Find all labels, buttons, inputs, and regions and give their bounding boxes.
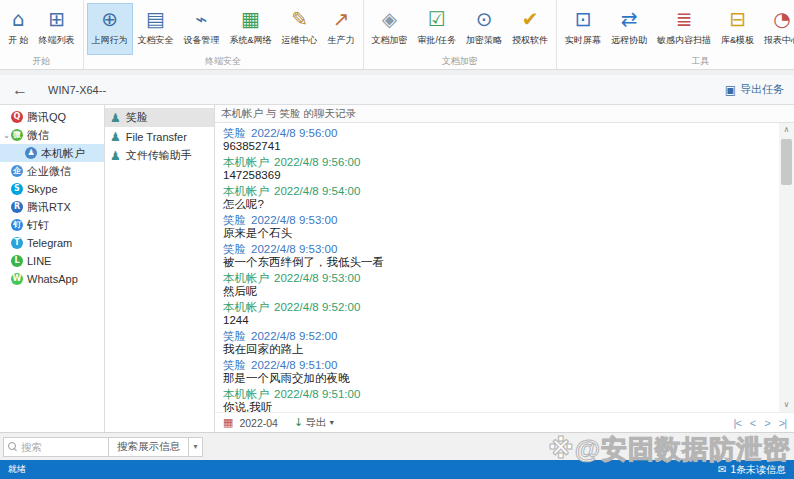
- message-timestamp: 2022/4/8 9:52:00: [251, 330, 337, 342]
- ribbon-button[interactable]: ◈ 文档加密: [367, 3, 413, 55]
- message-timestamp: 2022/4/8 9:52:00: [274, 301, 360, 313]
- ribbon-button[interactable]: ⊙ 加密策略: [461, 3, 507, 55]
- ribbon-button-label: 设备管理: [184, 34, 220, 47]
- contact-name: 笑脸: [126, 110, 148, 125]
- chat-message: 笑脸2022/4/8 9:53:00 被一个东西绊倒了，我低头一看: [223, 243, 770, 269]
- message-sender: 笑脸: [223, 243, 246, 255]
- chat-message: 笑脸2022/4/8 9:56:00 963852741: [223, 127, 770, 153]
- ribbon-button-label: 加密策略: [466, 34, 502, 47]
- sidebar-app-item[interactable]: L LINE: [0, 252, 104, 270]
- sidebar-app-item[interactable]: R 腾讯RTX: [0, 198, 104, 216]
- tree-expand-icon[interactable]: ⌄: [2, 131, 11, 140]
- chevron-down-icon: ▼: [328, 419, 335, 426]
- ribbon-button[interactable]: ▦ 系统&网络: [225, 3, 277, 55]
- message-sender-time: 笑脸2022/4/8 9:51:00: [223, 359, 770, 372]
- sidebar-app-item[interactable]: W WhatsApp: [0, 270, 104, 288]
- back-button[interactable]: ←: [0, 81, 40, 99]
- pagination: |< < > >|: [734, 417, 786, 429]
- ribbon-button[interactable]: ≣ 敏感内容扫描: [652, 3, 716, 55]
- message-text: 那是一个风雨交加的夜晚: [223, 372, 770, 385]
- ribbon-button-label: 文档安全: [138, 34, 174, 47]
- sidebar-app-item[interactable]: Q 腾讯QQ: [0, 108, 104, 126]
- chat-scrollbar[interactable]: ∧ ∨: [779, 123, 794, 412]
- ribbon-button-icon: ⊙: [476, 6, 493, 32]
- message-sender: 本机帐户: [223, 185, 269, 197]
- ribbon-group-label: 文档加密: [364, 55, 557, 69]
- sidebar-app-item[interactable]: ♟ 本机帐户: [0, 144, 104, 162]
- ribbon-button[interactable]: ⌂ 开 始: [3, 3, 34, 55]
- contact-item[interactable]: ♟ File Transfer: [105, 127, 214, 146]
- person-icon: ♟: [110, 131, 121, 143]
- ribbon-button-icon: ⊟: [729, 6, 746, 32]
- message-sender: 本机帐户: [223, 301, 269, 313]
- filter-chevron-down-icon[interactable]: ▼: [189, 437, 203, 457]
- date-picker[interactable]: 2022-04: [239, 417, 278, 429]
- unread-messages[interactable]: ✉ 1条未读信息: [718, 463, 786, 477]
- last-page-button[interactable]: >|: [779, 417, 786, 429]
- search-box[interactable]: [3, 437, 109, 457]
- sidebar-app-label: 腾讯RTX: [27, 200, 71, 215]
- chat-message: 笑脸2022/4/8 9:51:00 那是一个风雨交加的夜晚: [223, 359, 770, 385]
- person-icon: ♟: [110, 150, 121, 162]
- message-sender: 笑脸: [223, 359, 246, 371]
- next-page-button[interactable]: >: [764, 417, 769, 429]
- calendar-icon[interactable]: ▦: [223, 416, 233, 429]
- ribbon-toolbar: ⌂ 开 始 ⊞ 终端列表 开始 ⊕ 上网行为 ▤ 文档安: [0, 0, 794, 70]
- scroll-up-icon[interactable]: ∧: [784, 123, 790, 137]
- message-sender: 笑脸: [223, 127, 246, 139]
- ribbon-button-icon: ✎: [291, 6, 308, 32]
- app-icon: 钉: [11, 219, 23, 231]
- app-icon: S: [11, 183, 23, 195]
- export-tasks-button[interactable]: ▣ 导出任务: [725, 82, 784, 97]
- ribbon-button-icon: ⌂: [12, 6, 25, 32]
- message-sender-time: 本机帐户2022/4/8 9:53:00: [223, 272, 770, 285]
- ribbon-button[interactable]: ↗ 生产力: [323, 3, 360, 55]
- chat-log-panel: 本机帐户 与 笑脸 的聊天记录 笑脸2022/4/8 9:56:00 96385…: [215, 105, 794, 432]
- sidebar-app-item[interactable]: S Skype: [0, 180, 104, 198]
- ribbon-button[interactable]: ⇄ 远程协助: [606, 3, 652, 55]
- contact-item[interactable]: ♟ 笑脸: [105, 108, 214, 127]
- search-bar: 搜索展示信息 ▼: [0, 432, 794, 460]
- ribbon-button[interactable]: ⊡ 实时屏幕: [560, 3, 606, 55]
- sidebar-app-item[interactable]: 企 企业微信: [0, 162, 104, 180]
- ribbon-button-label: 报表中心: [764, 34, 794, 47]
- export-chat-button[interactable]: ↓ 导出 ▼: [294, 416, 335, 430]
- contact-item[interactable]: ♟ 文件传输助手: [105, 146, 214, 165]
- sidebar-app-label: 腾讯QQ: [27, 110, 66, 125]
- sidebar-app-item[interactable]: ⌄ 微 微信: [0, 126, 104, 144]
- ribbon-button[interactable]: ⊕ 上网行为: [87, 3, 133, 55]
- ribbon-button-label: 文档加密: [372, 34, 408, 47]
- app-icon: R: [11, 201, 23, 213]
- message-sender: 本机帐户: [223, 156, 269, 168]
- ribbon-button-icon: ☑: [428, 6, 446, 32]
- ribbon-button[interactable]: ⌁ 设备管理: [179, 3, 225, 55]
- message-text: 你说,我听: [223, 401, 770, 412]
- download-icon: ↓: [294, 416, 303, 429]
- contact-name: 文件传输助手: [126, 148, 192, 163]
- ribbon-button-label: 上网行为: [92, 34, 128, 47]
- ribbon-button-icon: ≣: [676, 6, 693, 32]
- ribbon-button[interactable]: ☑ 审批/任务: [413, 3, 462, 55]
- ribbon-button[interactable]: ⊟ 库&模板: [716, 3, 759, 55]
- sidebar-app-item[interactable]: 钉 钉钉: [0, 216, 104, 234]
- ribbon-button[interactable]: ▤ 文档安全: [133, 3, 179, 55]
- ribbon-button[interactable]: ✎ 运维中心: [277, 3, 323, 55]
- prev-page-button[interactable]: <: [750, 417, 755, 429]
- message-timestamp: 2022/4/8 9:56:00: [251, 127, 337, 139]
- first-page-button[interactable]: |<: [734, 417, 741, 429]
- scrollbar-thumb[interactable]: [781, 139, 792, 185]
- sidebar-app-item[interactable]: T Telegram: [0, 234, 104, 252]
- ribbon-button[interactable]: ◔ 报表中心: [759, 3, 794, 55]
- ribbon-button-label: 开 始: [8, 34, 29, 47]
- search-input[interactable]: [21, 441, 104, 453]
- ribbon-button[interactable]: ✔ 授权软件: [507, 3, 553, 55]
- app-icon: Q: [11, 111, 23, 123]
- scroll-down-icon[interactable]: ∨: [784, 398, 790, 412]
- ribbon-button-icon: ⊡: [575, 6, 592, 32]
- chat-message: 笑脸2022/4/8 9:53:00 原来是个石头: [223, 214, 770, 240]
- ribbon-button[interactable]: ⊞ 终端列表: [34, 3, 80, 55]
- search-filter-dropdown[interactable]: 搜索展示信息: [109, 437, 189, 457]
- message-sender: 笑脸: [223, 214, 246, 226]
- sidebar-app-label: 企业微信: [27, 164, 71, 179]
- ribbon-button-icon: ◈: [382, 6, 397, 32]
